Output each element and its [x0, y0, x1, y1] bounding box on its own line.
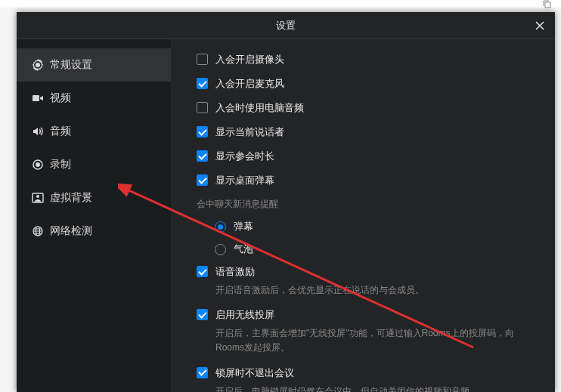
option-desc: 开启后，主界面会增加"无线投屏"功能，可通过输入Rooms上的投屏码，向Room…: [215, 326, 540, 355]
record-icon: [32, 159, 44, 171]
radio-label: 气泡: [234, 242, 253, 256]
checkbox[interactable]: [197, 102, 208, 113]
checkbox[interactable]: [197, 54, 208, 65]
vbg-icon: [32, 192, 44, 204]
option-desc: 开启语音激励后，会优先显示正在说话的与会成员。: [215, 283, 540, 298]
radio-input[interactable]: [215, 221, 226, 233]
checkbox-label: 锁屏时不退出会议: [215, 366, 294, 380]
message-section-title: 会中聊天新消息提醒: [197, 198, 540, 211]
checkbox-label: 显示当前说话者: [215, 125, 284, 139]
checkbox[interactable]: [197, 150, 208, 162]
svg-rect-0: [545, 2, 550, 8]
network-icon: [32, 225, 44, 237]
option-5[interactable]: 显示桌面弹幕: [197, 174, 540, 187]
option-1[interactable]: 入会开启麦克风: [197, 77, 540, 91]
sidebar-item-0[interactable]: 常规设置: [17, 48, 171, 82]
modal-title: 设置: [276, 19, 296, 32]
sidebar-item-label: 视频: [50, 91, 71, 105]
option-4[interactable]: 显示参会时长: [197, 150, 540, 163]
svg-rect-1: [33, 95, 39, 101]
sidebar-item-1[interactable]: 视频: [17, 82, 171, 115]
advanced-1[interactable]: 启用无线投屏: [197, 308, 540, 322]
gear-icon: [32, 59, 44, 71]
sidebar-item-label: 网络检测: [50, 224, 92, 238]
option-desc: 开启后，电脑锁屏时仍然在会议中，但自动关闭你的视频和音频。: [215, 384, 540, 392]
checkbox[interactable]: [197, 309, 208, 320]
radio-0[interactable]: 弹幕: [215, 220, 540, 233]
option-2[interactable]: 入会时使用电脑音频: [197, 101, 540, 115]
sidebar: 常规设置视频音频录制虚拟背景网络检测: [17, 39, 171, 392]
checkbox[interactable]: [197, 266, 208, 277]
checkbox-label: 入会时使用电脑音频: [215, 101, 304, 115]
radio-label: 弹幕: [234, 220, 253, 233]
checkbox-label: 语音激励: [215, 265, 255, 279]
checkbox[interactable]: [197, 174, 208, 186]
popout-icon[interactable]: [543, 0, 552, 8]
modal-header: 设置: [17, 12, 555, 39]
radio-1[interactable]: 气泡: [215, 242, 540, 256]
checkbox-label: 显示桌面弹幕: [215, 174, 274, 187]
settings-modal: 设置 常规设置视频音频录制虚拟背景网络检测 入会开启摄像头入会开启麦克风入会时使…: [17, 12, 555, 392]
audio-icon: [32, 125, 44, 137]
checkbox-label: 入会开启麦克风: [215, 77, 284, 91]
checkbox-label: 显示参会时长: [215, 150, 274, 163]
checkbox-label: 启用无线投屏: [215, 308, 274, 322]
sidebar-item-2[interactable]: 音频: [17, 115, 171, 148]
sidebar-item-label: 虚拟背景: [50, 191, 92, 205]
sidebar-item-label: 音频: [50, 125, 71, 138]
sidebar-item-5[interactable]: 网络检测: [17, 215, 171, 248]
option-0[interactable]: 入会开启摄像头: [197, 53, 540, 66]
checkbox[interactable]: [197, 126, 208, 137]
video-icon: [32, 92, 44, 104]
sidebar-item-label: 常规设置: [50, 58, 92, 72]
sidebar-item-3[interactable]: 录制: [17, 148, 171, 181]
svg-point-3: [36, 162, 40, 167]
advanced-2[interactable]: 锁屏时不退出会议: [197, 366, 540, 380]
content-panel: 入会开启摄像头入会开启麦克风入会时使用电脑音频显示当前说话者显示参会时长显示桌面…: [171, 39, 555, 392]
checkbox[interactable]: [197, 367, 208, 378]
sidebar-item-label: 录制: [50, 158, 71, 171]
close-button[interactable]: [532, 18, 547, 33]
checkbox-label: 入会开启摄像头: [215, 53, 284, 66]
sidebar-item-4[interactable]: 虚拟背景: [17, 181, 171, 215]
svg-point-5: [36, 195, 39, 198]
advanced-0[interactable]: 语音激励: [197, 265, 540, 279]
option-3[interactable]: 显示当前说话者: [197, 125, 540, 139]
checkbox[interactable]: [197, 78, 208, 89]
radio-input[interactable]: [215, 244, 226, 255]
